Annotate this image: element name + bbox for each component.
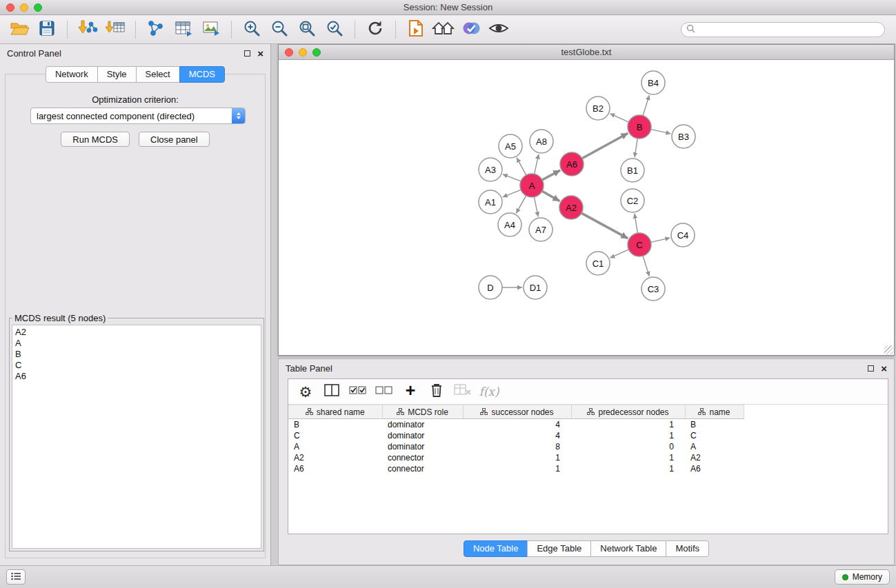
home-button[interactable] — [431, 18, 456, 41]
task-history-button[interactable] — [6, 569, 26, 585]
table-row[interactable]: A6connector11A6 — [288, 463, 744, 474]
tab-network-table[interactable]: Network Table — [590, 540, 666, 557]
global-search[interactable] — [681, 22, 885, 37]
run-mcds-button[interactable]: Run MCDS — [61, 132, 130, 147]
edge-A-A3[interactable] — [503, 174, 521, 181]
edge-C-C4[interactable] — [651, 238, 670, 242]
delete-column-button[interactable] — [426, 381, 447, 402]
new-network-button[interactable] — [143, 18, 168, 41]
export-image-button[interactable] — [199, 18, 223, 41]
zoom-in-button[interactable] — [239, 18, 264, 41]
show-hide-button[interactable] — [486, 18, 511, 41]
zoom-selected-button[interactable] — [322, 18, 347, 41]
node-B[interactable]: B — [628, 115, 651, 139]
edge-A2-C[interactable] — [581, 213, 628, 239]
zoom-window-button[interactable] — [34, 3, 42, 12]
node-A6[interactable]: A6 — [560, 152, 584, 176]
edge-A-A7[interactable] — [534, 197, 538, 217]
result-item[interactable]: A — [15, 338, 258, 349]
column-header-name[interactable]: name — [685, 405, 744, 419]
table-row[interactable]: Adominator80A — [288, 441, 744, 452]
node-C1[interactable]: C1 — [586, 252, 610, 275]
edge-A-A4[interactable] — [516, 196, 526, 214]
deselect-all-rows-button[interactable] — [374, 381, 395, 402]
node-table-container[interactable]: shared nameMCDS rolesuccessor nodesprede… — [288, 405, 888, 534]
zoom-out-button[interactable] — [267, 18, 292, 41]
edge-C-C2[interactable] — [635, 214, 637, 233]
node-C4[interactable]: C4 — [671, 223, 695, 247]
node-C3[interactable]: C3 — [641, 277, 665, 301]
tab-style[interactable]: Style — [97, 66, 137, 83]
edge-C-C1[interactable] — [610, 250, 628, 258]
result-item[interactable]: B — [15, 349, 258, 360]
run-document-button[interactable] — [404, 18, 428, 41]
edge-A-A8[interactable] — [535, 154, 539, 174]
optimization-criterion-dropdown[interactable]: largest connected component (directed) — [30, 108, 246, 124]
node-B4[interactable]: B4 — [641, 71, 665, 94]
edge-A-A5[interactable] — [517, 158, 526, 175]
import-table-button[interactable] — [103, 18, 128, 41]
node-B3[interactable]: B3 — [672, 125, 695, 148]
save-session-button[interactable] — [34, 18, 59, 41]
mcds-result-list[interactable]: A2ABCA6 — [12, 325, 261, 549]
node-C2[interactable]: C2 — [621, 189, 644, 212]
node-B1[interactable]: B1 — [621, 159, 644, 182]
node-A3[interactable]: A3 — [479, 158, 502, 181]
edge-B-B3[interactable] — [651, 130, 671, 134]
node-A1[interactable]: A1 — [479, 190, 502, 214]
result-item[interactable]: A2 — [15, 327, 258, 338]
search-input[interactable] — [698, 25, 879, 34]
memory-button[interactable]: Memory — [835, 569, 890, 585]
validate-button[interactable] — [459, 18, 484, 41]
open-session-button[interactable] — [7, 18, 32, 41]
tab-edge-table[interactable]: Edge Table — [527, 540, 591, 557]
tab-select[interactable]: Select — [136, 66, 180, 83]
apply-layout-button[interactable] — [363, 18, 388, 41]
close-network-button[interactable] — [285, 48, 293, 57]
column-header-predecessor-nodes[interactable]: predecessor nodes — [571, 405, 685, 419]
node-A2[interactable]: A2 — [559, 196, 583, 219]
edge-A-A6[interactable] — [542, 170, 560, 180]
show-columns-button[interactable] — [321, 381, 342, 402]
float-panel-icon[interactable] — [244, 50, 250, 57]
tab-mcds[interactable]: MCDS — [179, 66, 225, 83]
edge-B-B1[interactable] — [635, 139, 637, 157]
node-A8[interactable]: A8 — [530, 130, 553, 153]
table-row[interactable]: Cdominator41C — [288, 430, 744, 441]
tab-motifs[interactable]: Motifs — [666, 540, 709, 557]
add-column-button[interactable]: + — [400, 381, 421, 402]
node-D[interactable]: D — [479, 276, 502, 299]
node-A5[interactable]: A5 — [499, 134, 522, 158]
edge-B-B2[interactable] — [610, 114, 628, 122]
result-item[interactable]: C — [15, 360, 258, 371]
close-table-panel-icon[interactable]: × — [881, 363, 887, 374]
edge-C-C3[interactable] — [643, 256, 649, 276]
network-graph[interactable]: B4B2BB3A5A8A6B1A3AC2A1A2A4A7C4CC1C3DD1 — [279, 60, 893, 355]
close-window-button[interactable] — [6, 3, 14, 12]
node-B2[interactable]: B2 — [586, 97, 610, 120]
node-A7[interactable]: A7 — [529, 218, 552, 241]
resize-grip[interactable] — [884, 345, 893, 354]
column-header-successor-nodes[interactable]: successor nodes — [463, 405, 571, 419]
edge-A-A1[interactable] — [503, 190, 521, 197]
function-builder-button[interactable]: f(x) — [479, 381, 499, 402]
select-all-rows-button[interactable] — [348, 381, 368, 402]
new-table-button[interactable] — [171, 18, 196, 41]
edge-B-B4[interactable] — [643, 95, 649, 116]
network-canvas[interactable]: B4B2BB3A5A8A6B1A3AC2A1A2A4A7C4CC1C3DD1 — [279, 60, 894, 355]
edge-A6-B[interactable] — [582, 133, 628, 159]
tab-node-table[interactable]: Node Table — [464, 540, 528, 557]
zoom-fit-button[interactable] — [295, 18, 319, 41]
import-network-button[interactable] — [75, 18, 100, 41]
tab-network[interactable]: Network — [46, 66, 98, 83]
float-table-panel-icon[interactable] — [868, 365, 874, 372]
minimize-network-button[interactable] — [299, 48, 307, 57]
node-C[interactable]: C — [628, 233, 651, 256]
node-A[interactable]: A — [520, 174, 544, 197]
node-D1[interactable]: D1 — [524, 276, 547, 299]
delete-table-button[interactable] — [452, 381, 473, 402]
close-panel-icon[interactable]: × — [257, 48, 263, 59]
minimize-window-button[interactable] — [20, 3, 28, 12]
result-item[interactable]: A6 — [15, 371, 258, 382]
close-panel-button[interactable]: Close panel — [139, 132, 210, 147]
